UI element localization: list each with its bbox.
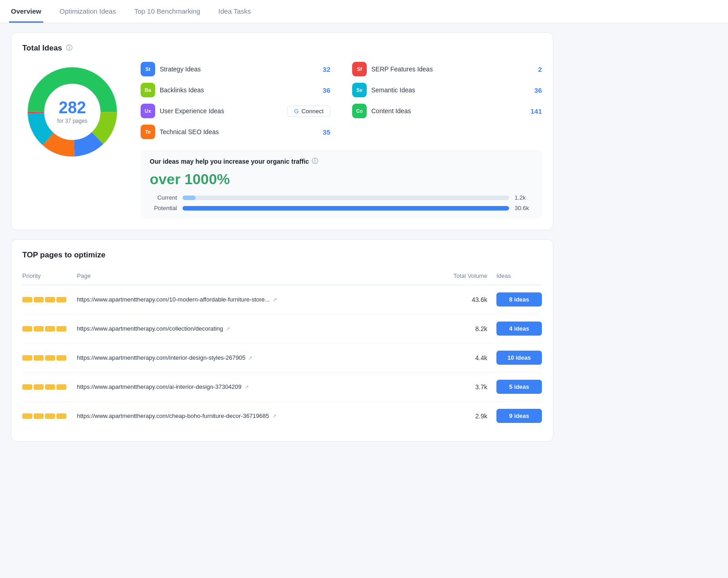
priority-dot — [22, 297, 32, 302]
table-row: https://www.apartmenttherapy.com/collect… — [22, 314, 542, 343]
page-url: https://www.apartmenttherapy.com/ai-inte… — [77, 383, 442, 390]
col-volume: Total Volume — [442, 272, 496, 279]
col-priority: Priority — [22, 272, 77, 279]
info-icon: ⓘ — [66, 44, 72, 52]
table-row: https://www.apartmenttherapy.com/interio… — [22, 343, 542, 372]
potential-bar-track — [182, 206, 509, 211]
external-link-icon: ↗ — [273, 297, 277, 303]
traffic-info-icon: ⓘ — [312, 157, 318, 166]
strategy-row: St Strategy Ideas 32 — [141, 62, 330, 76]
priority-dot — [56, 297, 66, 302]
tab-optimization-ideas[interactable]: Optimization Ideas — [58, 0, 118, 23]
page-url: https://www.apartmenttherapy.com/interio… — [77, 354, 442, 361]
right-categories: Sf SERP Features Ideas 2 Se Semantic Ide… — [352, 62, 542, 139]
current-label: Current — [150, 194, 177, 201]
top-pages-label: TOP pages to optimize — [22, 251, 106, 260]
priority-dot — [34, 297, 44, 302]
nav-tabs: Overview Optimization Ideas Top 10 Bench… — [0, 0, 728, 23]
current-bar-row: Current 1.2k — [150, 194, 533, 201]
external-link-icon: ↗ — [226, 326, 230, 332]
semantic-label: Semantic Ideas — [371, 86, 524, 94]
technical-label: Technical SEO Ideas — [160, 128, 312, 136]
technical-count: 35 — [317, 128, 330, 136]
priority-dot — [22, 326, 32, 332]
traffic-title: Our ideas may help you increase your org… — [150, 157, 533, 166]
volume-cell: 43.6k — [442, 296, 496, 303]
url-text: https://www.apartmenttherapy.com/10-mode… — [77, 296, 270, 303]
ideas-button[interactable]: 4 ideas — [496, 322, 542, 336]
total-ideas-body: 282 for 37 pages St Strategy Ideas 32 — [22, 62, 542, 219]
strategy-badge: St — [141, 62, 155, 76]
donut-chart: 282 for 37 pages — [22, 62, 122, 162]
content-row: Co Content Ideas 141 — [352, 104, 542, 118]
external-link-icon: ↗ — [248, 355, 253, 361]
tab-top10-benchmarking[interactable]: Top 10 Benchmarking — [132, 0, 202, 23]
col-page: Page — [77, 272, 442, 279]
donut-center: 282 for 37 pages — [57, 100, 88, 124]
current-bar-track — [182, 196, 509, 200]
top-pages-card: TOP pages to optimize Priority Page Tota… — [11, 239, 553, 442]
url-text: https://www.apartmenttherapy.com/cheap-b… — [77, 412, 269, 419]
external-link-icon: ↗ — [272, 413, 277, 419]
priority-dot — [56, 413, 66, 419]
donut-subtext: for 37 pages — [57, 118, 88, 124]
total-ideas-label: Total Ideas — [22, 44, 62, 53]
backlinks-label: Backlinks Ideas — [160, 86, 312, 94]
current-bar-fill — [182, 196, 196, 200]
col-ideas: Ideas — [496, 272, 542, 279]
volume-cell: 3.7k — [442, 383, 496, 391]
ideas-button[interactable]: 9 ideas — [496, 409, 542, 423]
ideas-button[interactable]: 8 ideas — [496, 292, 542, 307]
top-pages-title: TOP pages to optimize — [22, 251, 542, 260]
external-link-icon: ↗ — [244, 384, 249, 390]
tab-idea-tasks[interactable]: Idea Tasks — [217, 0, 253, 23]
ux-row: Ux User Experience Ideas G Connect — [141, 104, 330, 118]
content-count: 141 — [528, 107, 542, 115]
ux-badge: Ux — [141, 104, 155, 118]
priority-dot — [34, 326, 44, 332]
strategy-label: Strategy Ideas — [160, 65, 312, 73]
tab-overview[interactable]: Overview — [9, 0, 43, 23]
total-ideas-title: Total Ideas ⓘ — [22, 44, 542, 53]
technical-badge: Te — [141, 125, 155, 139]
priority-dots — [22, 326, 77, 332]
ideas-button[interactable]: 10 ideas — [496, 351, 542, 365]
content-badge: Co — [352, 104, 367, 118]
volume-cell: 4.4k — [442, 354, 496, 362]
backlinks-row: Ba Backlinks Ideas 36 — [141, 83, 330, 97]
serp-count: 2 — [528, 65, 542, 73]
left-categories: St Strategy Ideas 32 Ba Backlinks Ideas … — [141, 62, 330, 139]
ux-label: User Experience Ideas — [160, 107, 283, 115]
traffic-box: Our ideas may help you increase your org… — [141, 150, 542, 219]
table-row: https://www.apartmenttherapy.com/ai-inte… — [22, 372, 542, 402]
priority-dot — [56, 384, 66, 390]
priority-dot — [34, 384, 44, 390]
page-url: https://www.apartmenttherapy.com/collect… — [77, 325, 442, 332]
google-connect-button[interactable]: G Connect — [287, 106, 330, 117]
ideas-grid: St Strategy Ideas 32 Ba Backlinks Ideas … — [141, 62, 542, 219]
priority-dot — [45, 413, 55, 419]
priority-dot — [34, 355, 44, 361]
priority-dot — [45, 297, 55, 302]
volume-cell: 8.2k — [442, 325, 496, 332]
priority-dots — [22, 297, 77, 302]
priority-dots — [22, 413, 77, 419]
semantic-count: 36 — [528, 86, 542, 94]
potential-bar-row: Potential 30.6k — [150, 205, 533, 211]
page-url: https://www.apartmenttherapy.com/10-mode… — [77, 296, 442, 303]
semantic-badge: Se — [352, 83, 367, 97]
priority-dot — [45, 326, 55, 332]
technical-row: Te Technical SEO Ideas 35 — [141, 125, 330, 139]
table-row: https://www.apartmenttherapy.com/cheap-b… — [22, 402, 542, 430]
ideas-button[interactable]: 5 ideas — [496, 380, 542, 394]
semantic-row: Se Semantic Ideas 36 — [352, 83, 542, 97]
url-text: https://www.apartmenttherapy.com/interio… — [77, 354, 245, 361]
priority-dot — [34, 413, 44, 419]
backlinks-count: 36 — [317, 86, 330, 94]
priority-dot — [56, 355, 66, 361]
traffic-increase: over 1000% — [150, 171, 533, 188]
priority-dots — [22, 384, 77, 390]
priority-dot — [22, 355, 32, 361]
potential-value: 30.6k — [515, 205, 533, 211]
priority-dot — [22, 413, 32, 419]
